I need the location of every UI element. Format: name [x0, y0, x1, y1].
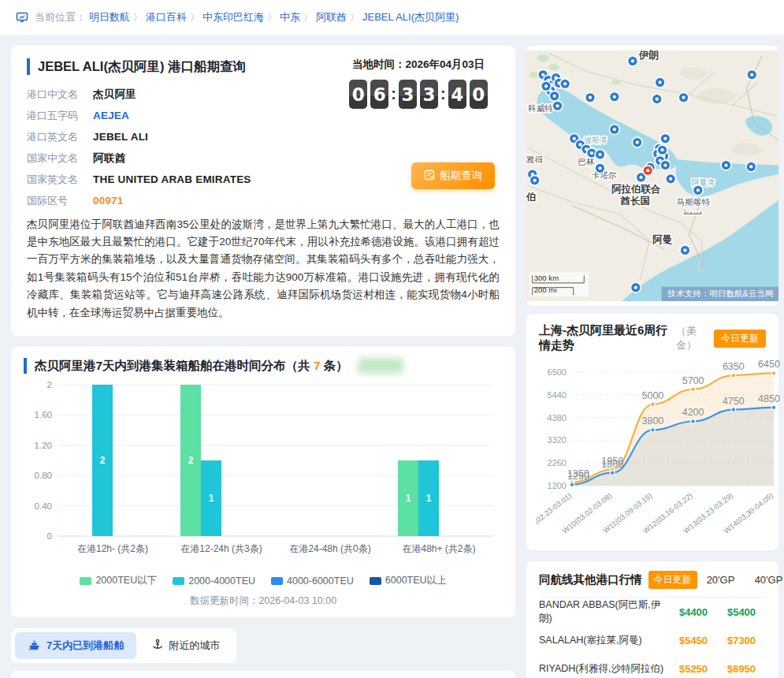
svg-text:1.20: 1.20: [35, 441, 52, 450]
schedule-query-button[interactable]: 船期查询: [411, 162, 495, 189]
price-20gp: $5250: [670, 663, 717, 675]
map-marker[interactable]: [678, 91, 689, 102]
map-scale: 300 km200 mi: [529, 272, 589, 296]
svg-text:1: 1: [209, 493, 214, 504]
svg-text:5700: 5700: [682, 375, 704, 386]
ship-count: 7: [314, 359, 321, 372]
legend-swatch: [173, 577, 184, 585]
map-marker[interactable]: [548, 91, 559, 102]
svg-text:5440: 5440: [548, 390, 567, 400]
legend-item[interactable]: 2000-4000TEU: [173, 574, 255, 587]
map-marker[interactable]: [627, 55, 638, 66]
svg-text:2: 2: [100, 455, 106, 466]
port-fields: 港口中文名杰贝阿里港口五字码AEJEA港口英文名JEBEL ALI国家中文名阿联…: [27, 88, 358, 208]
breadcrumb-link[interactable]: 港口百科: [146, 11, 187, 23]
map-marker[interactable]: [720, 159, 731, 170]
svg-text:2: 2: [47, 380, 52, 389]
map-label: 科威特: [528, 103, 553, 113]
map-marker[interactable]: [609, 91, 620, 102]
breadcrumb-link[interactable]: JEBEL ALI(杰贝阿里): [362, 11, 459, 23]
price-table-body: BANDAR ABBAS(阿巴斯,伊朗)$4400$5400SALALAH(塞拉…: [539, 598, 766, 678]
svg-text:2: 2: [188, 455, 194, 466]
breadcrumb-link[interactable]: 中东印巴红海: [203, 11, 264, 23]
map-marker[interactable]: [746, 69, 757, 80]
flip-clock: 06:33:40: [336, 80, 501, 109]
price-20gp: $5450: [670, 635, 717, 646]
port-map[interactable]: 伊朗科威特波斯湾巴林卡塔尔阿拉伯联合酋长国马斯喀特مسقط阿曼阿曼湾雅得伯300…: [526, 46, 778, 306]
map-marker[interactable]: [665, 173, 676, 184]
legend-label: 6000TEU以上: [385, 574, 447, 587]
map-marker[interactable]: [631, 136, 642, 147]
map-marker[interactable]: [679, 244, 690, 255]
clock-digit: 0: [470, 80, 488, 109]
svg-text:0: 0: [47, 531, 52, 541]
map-marker[interactable]: [585, 91, 596, 102]
map-marker[interactable]: [660, 159, 671, 170]
bar-chart-legend: 2000TEU以下2000-4000TEU4000-6000TEU6000TEU…: [24, 574, 503, 587]
monitor-icon: [16, 11, 28, 24]
svg-text:4850: 4850: [758, 393, 780, 404]
map-marker[interactable]: [693, 184, 704, 196]
svg-text:1: 1: [406, 493, 411, 504]
breadcrumb-link[interactable]: 明日数航: [89, 11, 130, 23]
map-marker-selected[interactable]: [642, 165, 653, 176]
map-marker[interactable]: [660, 133, 671, 144]
price-trend-card: 上海-杰贝阿里最近6周行情走势 （美金） 今日更新 12002260332043…: [526, 314, 778, 550]
map-marker[interactable]: [652, 93, 663, 104]
map-marker[interactable]: [552, 100, 563, 111]
svg-text:200 mi: 200 mi: [534, 285, 557, 294]
port-field-row: 港口五字码AEJEA: [27, 109, 358, 123]
map-marker[interactable]: [656, 144, 667, 155]
price-40gp: $5400: [717, 606, 766, 618]
field-label: 港口中文名: [27, 88, 93, 102]
svg-text:4200: 4200: [682, 407, 704, 418]
route-prices-card: 同航线其他港口行情 今日更新 20'GP 40'GP BANDAR ABBAS(…: [526, 561, 778, 678]
legend-swatch: [80, 577, 91, 585]
breadcrumb-separator: 〉: [303, 12, 313, 23]
svg-text:0.80: 0.80: [35, 471, 52, 480]
tab-nearby-cities[interactable]: 附近的城市: [139, 632, 232, 659]
breadcrumb-label: 当前位置：: [35, 10, 86, 24]
price-trend-chart: 120022603320438054406500W09(02.23-03.01)…: [536, 353, 769, 549]
clock-digit: 4: [448, 80, 466, 109]
map-marker[interactable]: [630, 281, 641, 292]
map-marker[interactable]: [654, 76, 665, 88]
price-port-name: RIYADH(利雅得,沙特阿拉伯): [539, 662, 670, 676]
clock-digit: 3: [420, 80, 438, 109]
svg-text:6500: 6500: [548, 367, 567, 377]
port-field-row: 国家中文名阿联酋: [27, 151, 358, 166]
svg-text:1200: 1200: [548, 481, 567, 490]
field-value: JEBEL ALI: [93, 131, 148, 143]
map-marker[interactable]: [609, 124, 620, 135]
svg-text:在港48h+ (共2条): 在港48h+ (共2条): [402, 543, 475, 554]
field-label: 国际区号: [27, 194, 93, 208]
field-value[interactable]: AEJEA: [93, 110, 129, 121]
breadcrumb-link[interactable]: 阿联酋: [316, 11, 347, 23]
legend-item[interactable]: 6000TEU以上: [370, 574, 447, 587]
field-value: 阿联酋: [93, 151, 125, 166]
svg-text:在港12h- (共2条): 在港12h- (共2条): [77, 543, 148, 554]
port-info-card: JEBEL ALI(杰贝阿里) 港口船期查询 当地时间：2026年04月03日 …: [11, 46, 515, 336]
bottom-tabs: 7天内已到港船舶 附近的城市: [11, 628, 236, 663]
port-map-card[interactable]: 伊朗科威特波斯湾巴林卡塔尔阿拉伯联合酋长国马斯喀特مسقط阿曼阿曼湾雅得伯300…: [526, 46, 778, 306]
svg-text:4750: 4750: [723, 396, 745, 407]
col-40gp: 40'GP: [745, 574, 784, 586]
clock-digit: 3: [399, 80, 417, 109]
tab-arrived-ships[interactable]: 7天内已到港船舶: [15, 632, 136, 659]
map-marker[interactable]: [529, 175, 540, 186]
map-marker[interactable]: [745, 161, 756, 172]
map-marker[interactable]: [594, 162, 605, 173]
breadcrumb-link[interactable]: 中东: [280, 11, 300, 23]
svg-text:1.60: 1.60: [35, 410, 52, 419]
trend-title-suffix: （美金）: [676, 324, 709, 352]
svg-text:在港24-48h (共0条): 在港24-48h (共0条): [289, 543, 370, 554]
price-table-header: 同航线其他港口行情 今日更新 20'GP 40'GP: [539, 571, 766, 598]
legend-item[interactable]: 4000-6000TEU: [271, 574, 354, 587]
map-marker[interactable]: [594, 149, 605, 160]
price-row: SALALAH(塞拉莱,阿曼)$5450$7300: [539, 626, 766, 654]
map-marker[interactable]: [559, 78, 570, 89]
data-update-time: 数据更新时间：2026-04-03 10:00: [24, 594, 503, 608]
price-port-name: BANDAR ABBAS(阿巴斯,伊朗): [539, 598, 670, 625]
legend-item[interactable]: 2000TEU以下: [80, 574, 157, 587]
map-marker[interactable]: [541, 80, 552, 91]
